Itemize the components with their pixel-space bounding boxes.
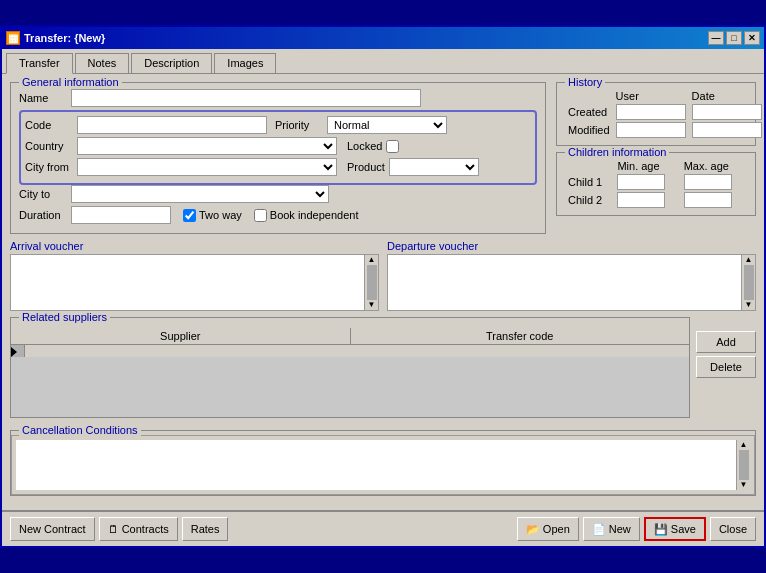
tabs-bar: Transfer Notes Description Images — [2, 49, 764, 74]
contracts-button[interactable]: 🗒 Contracts — [99, 517, 178, 541]
departure-voucher-textarea[interactable] — [388, 255, 741, 310]
cancellation-textarea[interactable] — [16, 440, 736, 490]
country-row: Country Locked — [25, 137, 531, 155]
city-from-select[interactable] — [77, 158, 337, 176]
suppliers-title: Related suppliers — [19, 311, 110, 323]
arrival-voucher-textarea[interactable] — [11, 255, 364, 310]
product-label: Product — [347, 161, 385, 173]
child1-min-age-input[interactable] — [617, 174, 665, 190]
name-row: Name — [19, 89, 537, 107]
title-controls: — □ ✕ — [708, 31, 760, 45]
product-select[interactable] — [389, 158, 479, 176]
departure-voucher-section: Departure voucher ▲ ▼ — [387, 240, 756, 311]
open-button[interactable]: 📂 Open — [517, 517, 579, 541]
main-layout: General information Name Code Priority — [10, 82, 756, 240]
max-age-header: Max. age — [681, 159, 747, 173]
suppliers-body — [11, 357, 689, 417]
tab-notes[interactable]: Notes — [75, 53, 130, 73]
save-label: Save — [671, 523, 696, 535]
new-contract-button[interactable]: New Contract — [10, 517, 95, 541]
city-from-row: City from Product — [25, 158, 531, 176]
two-way-label: Two way — [183, 209, 242, 222]
city-from-label: City from — [25, 161, 73, 173]
contracts-label: Contracts — [122, 523, 169, 535]
priority-label: Priority — [275, 119, 323, 131]
cancellation-title: Cancellation Conditions — [19, 424, 141, 436]
departure-voucher-label: Departure voucher — [387, 240, 756, 252]
left-column: General information Name Code Priority — [10, 82, 546, 240]
delete-button[interactable]: Delete — [696, 356, 756, 378]
suppliers-area: Related suppliers Supplier Transfer code… — [10, 317, 756, 424]
created-user-input[interactable] — [616, 104, 686, 120]
child2-max-age-input[interactable] — [684, 192, 732, 208]
suppliers-side-buttons: Add Delete — [696, 331, 756, 378]
general-information-section: General information Name Code Priority — [10, 82, 546, 234]
maximize-button[interactable]: □ — [726, 31, 742, 45]
arrival-scrollbar[interactable]: ▲ ▼ — [364, 255, 378, 310]
two-way-checkbox[interactable] — [183, 209, 196, 222]
main-window: ▦ Transfer: {New} — □ ✕ Transfer Notes D… — [0, 25, 766, 548]
window-icon: ▦ — [6, 31, 20, 45]
city-to-label: City to — [19, 188, 67, 200]
tab-description[interactable]: Description — [131, 53, 212, 73]
children-section: Children information Min. age Max. age C — [556, 152, 756, 216]
new-button[interactable]: 📄 New — [583, 517, 640, 541]
add-button[interactable]: Add — [696, 331, 756, 353]
children-table: Min. age Max. age Child 1 Child — [565, 159, 747, 209]
save-button[interactable]: 💾 Save — [644, 517, 706, 541]
title-bar: ▦ Transfer: {New} — □ ✕ — [2, 27, 764, 49]
created-label: Created — [565, 103, 613, 121]
arrival-textarea-wrapper: ▲ ▼ — [10, 254, 379, 311]
name-input[interactable] — [71, 89, 421, 107]
close-window-button[interactable]: ✕ — [744, 31, 760, 45]
created-date-input[interactable] — [692, 104, 762, 120]
user-header: User — [613, 89, 689, 103]
rates-button[interactable]: Rates — [182, 517, 229, 541]
priority-select[interactable]: Normal High Low — [327, 116, 447, 134]
city-to-select[interactable] — [71, 185, 329, 203]
code-label: Code — [25, 119, 73, 131]
open-icon: 📂 — [526, 523, 540, 536]
minimize-button[interactable]: — — [708, 31, 724, 45]
tab-transfer[interactable]: Transfer — [6, 53, 73, 74]
open-label: Open — [543, 523, 570, 535]
duration-row: Duration Two way Book independent — [19, 206, 537, 224]
child2-row: Child 2 — [565, 191, 747, 209]
history-modified-row: Modified — [565, 121, 765, 139]
book-independent-checkbox[interactable] — [254, 209, 267, 222]
locked-checkbox[interactable] — [386, 140, 399, 153]
history-section: History User Date Created — [556, 82, 756, 146]
child1-row: Child 1 — [565, 173, 747, 191]
locked-label: Locked — [347, 140, 382, 152]
cancellation-inner: ▲ ▼ — [11, 435, 755, 495]
child2-min-age-input[interactable] — [617, 192, 665, 208]
window-title: Transfer: {New} — [24, 32, 105, 44]
title-bar-left: ▦ Transfer: {New} — [6, 31, 105, 45]
min-age-header: Min. age — [614, 159, 680, 173]
children-title: Children information — [565, 146, 669, 158]
code-input[interactable] — [77, 116, 267, 134]
departure-scrollbar[interactable]: ▲ ▼ — [741, 255, 755, 310]
supplier-col-header: Supplier — [11, 328, 351, 344]
voucher-row: Arrival voucher ▲ ▼ Departure voucher ▲ — [10, 240, 756, 311]
suppliers-row-indicator — [11, 345, 25, 357]
child1-label: Child 1 — [565, 173, 614, 191]
cancellation-scrollbar[interactable]: ▲ ▼ — [736, 440, 750, 490]
modified-user-input[interactable] — [616, 122, 686, 138]
contracts-icon: 🗒 — [108, 523, 119, 535]
close-button[interactable]: Close — [710, 517, 756, 541]
general-info-title: General information — [19, 76, 122, 88]
country-label: Country — [25, 140, 73, 152]
tab-images[interactable]: Images — [214, 53, 276, 73]
rates-label: Rates — [191, 523, 220, 535]
bottom-bar: New Contract 🗒 Contracts Rates 📂 Open 📄 … — [2, 510, 764, 546]
country-select[interactable] — [77, 137, 337, 155]
book-independent-label: Book independent — [254, 209, 359, 222]
duration-label: Duration — [19, 209, 67, 221]
history-table: User Date Created Modified — [565, 89, 765, 139]
child1-max-age-input[interactable] — [684, 174, 732, 190]
departure-textarea-wrapper: ▲ ▼ — [387, 254, 756, 311]
modified-date-input[interactable] — [692, 122, 762, 138]
city-to-row: City to — [19, 185, 537, 203]
duration-input[interactable] — [71, 206, 171, 224]
